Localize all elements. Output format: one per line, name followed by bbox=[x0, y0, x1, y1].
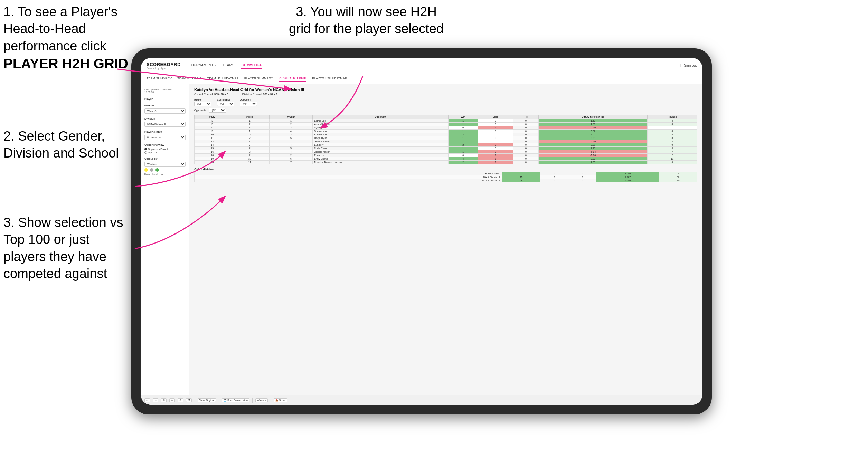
cell-rounds bbox=[647, 126, 697, 130]
col-tie: Tie bbox=[513, 115, 539, 119]
watch-btn[interactable]: Watch ▾ bbox=[255, 398, 268, 402]
cell-conf: 4 bbox=[269, 130, 312, 133]
cell-ood-diff: 7.400 bbox=[596, 179, 659, 182]
cell-rounds: 6 bbox=[647, 161, 697, 164]
cell-ood-win: 15 bbox=[502, 175, 540, 179]
cell-reg: 8 bbox=[230, 147, 270, 150]
save-custom-btn[interactable]: 💾 Save Custom View bbox=[222, 398, 249, 402]
nav-right: | Sign out bbox=[680, 62, 697, 69]
cell-conf: 7 bbox=[269, 161, 312, 164]
sub-nav-team-summary[interactable]: TEAM SUMMARY bbox=[147, 75, 172, 82]
cell-conf: 5 bbox=[269, 136, 312, 140]
grid-content: Katelyn Vo Head-to-Head Grid for Women's… bbox=[189, 84, 702, 395]
overall-record: Overall Record: 353 - 34 - 6 bbox=[194, 93, 228, 96]
cell-rounds: 2 bbox=[647, 154, 697, 157]
undo-btn[interactable]: ↩ bbox=[144, 398, 150, 402]
cell-diff: 4.00 bbox=[539, 133, 648, 136]
cell-div: 3 bbox=[195, 119, 230, 123]
conference-select[interactable]: (All) bbox=[217, 102, 234, 106]
cell-div: 9 bbox=[195, 130, 230, 133]
cell-loss: 1 bbox=[478, 154, 513, 157]
clock-btn[interactable]: ⏱ bbox=[186, 398, 192, 402]
cell-loss: 0 bbox=[478, 136, 513, 140]
cell-div: 18 bbox=[195, 154, 230, 157]
cell-opponent: Andrea York bbox=[313, 133, 448, 136]
share-btn[interactable]: 📤 Share bbox=[274, 398, 287, 402]
instruction-step3-right: 3. You will now see H2H grid for the pla… bbox=[283, 3, 449, 38]
cell-loss: 1 bbox=[478, 126, 513, 130]
cell-conf: 4 bbox=[269, 150, 312, 154]
nav-logo: SCOREBOARD Powered by clippd bbox=[147, 62, 181, 69]
cell-loss: 0 bbox=[478, 140, 513, 143]
opponent-select[interactable]: (All) bbox=[240, 102, 257, 106]
region-filter: Region (All) bbox=[194, 98, 211, 106]
cell-opponent: Emily Chang bbox=[313, 157, 448, 161]
tablet-screen: SCOREBOARD Powered by clippd TOURNAMENTS… bbox=[141, 58, 702, 405]
sub-nav-player-h2h-grid[interactable]: PLAYER H2H GRID bbox=[279, 75, 306, 82]
radio-top100[interactable]: Top 100 bbox=[144, 151, 186, 154]
table-row: 3 1 1 Esther Lee 1 0 0 1.50 4 bbox=[195, 119, 697, 123]
redo-btn[interactable]: ↪ bbox=[153, 398, 158, 402]
cell-opponent: Jessica Huang bbox=[313, 140, 448, 143]
cell-conf: 2 bbox=[269, 123, 312, 126]
gender-select[interactable]: Women's bbox=[144, 108, 186, 114]
colour-select[interactable]: Win/loss bbox=[144, 162, 186, 167]
undo2-btn[interactable]: ↺ bbox=[178, 398, 183, 402]
col-win: Win bbox=[448, 115, 478, 119]
colour-dot-down bbox=[144, 168, 148, 172]
sub-nav-team-h2h-grid[interactable]: TEAM H2H GRID bbox=[177, 75, 202, 82]
cell-reg: 2 bbox=[230, 136, 270, 140]
table-row: 5 2 2 Alexis Sudjianto 1 0 0 4.00 3 bbox=[195, 123, 697, 126]
sub-nav-team-h2h-heatmap[interactable]: TEAM H2H HEATMAP bbox=[207, 75, 239, 82]
sign-out-link[interactable]: Sign out bbox=[684, 62, 697, 69]
cell-ood-loss: 0 bbox=[540, 179, 568, 182]
cell-reg: 2 bbox=[230, 154, 270, 157]
cut-btn[interactable]: ✂ bbox=[169, 398, 175, 402]
sub-nav-player-h2h-heatmap[interactable]: PLAYER H2H HEATMAP bbox=[312, 75, 347, 82]
cell-win: 2 bbox=[448, 161, 478, 164]
table-row: 19 10 6 Emily Chang 4 1 0 0.30 11 bbox=[195, 157, 697, 161]
col-loss: Loss bbox=[478, 115, 513, 119]
cell-opponent: Heejo Hyun bbox=[313, 136, 448, 140]
region-select[interactable]: (All) bbox=[194, 102, 211, 106]
division-select[interactable]: NCAA Division III bbox=[144, 122, 186, 127]
sub-nav-player-summary[interactable]: PLAYER SUMMARY bbox=[244, 75, 273, 82]
cell-win: 2 bbox=[448, 133, 478, 136]
cell-conf: 4 bbox=[269, 143, 312, 147]
table-header-row: # Div # Reg # Conf Opponent Win Loss Tie… bbox=[195, 115, 697, 119]
cell-opponent: Stella Cheng bbox=[313, 147, 448, 150]
cell-ood-loss: 0 bbox=[540, 172, 568, 175]
sub-nav: TEAM SUMMARY TEAM H2H GRID TEAM H2H HEAT… bbox=[141, 73, 702, 84]
cell-tie: 0 bbox=[513, 119, 539, 123]
cell-conf: 6 bbox=[269, 157, 312, 161]
some-btn[interactable]: ⊞ bbox=[161, 398, 167, 402]
logo-sub: Powered by clippd bbox=[147, 67, 181, 69]
cell-win: 1 bbox=[448, 119, 478, 123]
cell-div: 6 bbox=[195, 126, 230, 130]
colour-labels: Down Level Up bbox=[144, 173, 186, 175]
cell-rounds: 4 bbox=[647, 119, 697, 123]
nav-committee[interactable]: COMMITTEE bbox=[241, 62, 262, 69]
sidebar-player-section: Player bbox=[144, 97, 186, 101]
nav-teams[interactable]: TEAMS bbox=[223, 62, 234, 69]
cell-diff: -3.00 bbox=[539, 140, 648, 143]
cell-win: 4 bbox=[448, 157, 478, 161]
out-of-division-table: Foreign Team 1 0 0 4.500 2 NAIA Division… bbox=[194, 172, 697, 182]
cell-diff: -1.00 bbox=[539, 126, 648, 130]
table-row: 14 7 4 Eunice Yi 2 2 0 0.38 9 bbox=[195, 143, 697, 147]
cell-tie: 0 bbox=[513, 123, 539, 126]
view-original-btn[interactable]: View: Original bbox=[198, 398, 216, 402]
cell-div: 14 bbox=[195, 143, 230, 147]
radio-opponents-played[interactable]: Opponents Played bbox=[144, 148, 186, 150]
cell-ood-label: Foreign Team bbox=[195, 172, 502, 175]
main-content: Last Updated: 27/03/2024 16:55:38 Player… bbox=[141, 84, 702, 395]
out-of-division-row: Foreign Team 1 0 0 4.500 2 bbox=[195, 172, 697, 175]
nav-bar: SCOREBOARD Powered by clippd TOURNAMENTS… bbox=[141, 58, 702, 73]
col-reg: # Reg bbox=[230, 115, 270, 119]
opponents-select[interactable]: (All) bbox=[209, 108, 226, 113]
cell-loss: 0 bbox=[478, 123, 513, 126]
col-diff: Diff Av Strokes/Rnd bbox=[539, 115, 648, 119]
gender-label: Gender bbox=[144, 104, 186, 107]
player-rank-select[interactable]: 8. Katelyn Vo bbox=[144, 135, 186, 140]
nav-tournaments[interactable]: TOURNAMENTS bbox=[189, 62, 216, 69]
